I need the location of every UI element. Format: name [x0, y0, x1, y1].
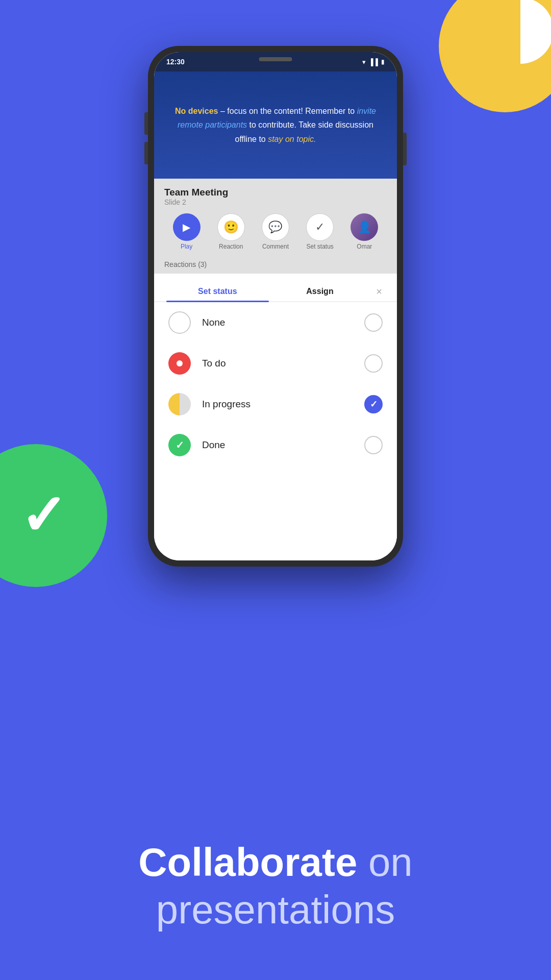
status-time: 12:30	[166, 58, 185, 66]
none-status-icon	[168, 311, 191, 334]
tab-assign[interactable]: Assign	[269, 282, 371, 301]
status-bar: 12:30 ▾ ▐▐ ▮	[154, 52, 397, 71]
set-status-control[interactable]: ✓ Set status	[306, 213, 334, 250]
bottom-bold: Collaborate	[138, 840, 357, 885]
signal-icon: ▐▐	[369, 58, 378, 66]
bottom-light: on	[368, 840, 413, 885]
sheet-close-button[interactable]: ×	[371, 283, 385, 300]
inprogress-status-icon	[168, 393, 191, 415]
play-icon: ▶	[173, 213, 201, 241]
power-button	[403, 133, 407, 165]
status-inprogress-item[interactable]: In progress ✓	[154, 384, 397, 425]
deco-checkmark-icon: ✓	[20, 487, 67, 544]
none-label: None	[202, 317, 225, 328]
status-none-item[interactable]: None	[154, 302, 397, 343]
comment-control[interactable]: 💬 Comment	[262, 213, 289, 250]
done-label: Done	[202, 439, 225, 451]
play-label: Play	[181, 243, 192, 250]
none-radio	[364, 313, 383, 332]
reaction-label: Reaction	[219, 243, 243, 250]
set-status-label: Set status	[306, 243, 333, 250]
phone-screen: 12:30 ▾ ▐▐ ▮ No devices – focus on the c…	[154, 52, 397, 560]
reactions-count-label: Reactions (3)	[164, 260, 207, 268]
comment-icon: 💬	[262, 213, 289, 241]
done-status-icon: ✓	[168, 434, 191, 456]
inprogress-left-half	[168, 393, 180, 415]
omar-control[interactable]: 👤 Omar	[350, 213, 378, 250]
volume-up-button	[144, 112, 148, 135]
sheet-content: None To do	[154, 302, 397, 560]
play-control[interactable]: ▶ Play	[173, 213, 201, 250]
phone-speaker	[259, 57, 292, 61]
slide-text: No devices – focus on the content! Remem…	[168, 104, 383, 146]
tab-set-status[interactable]: Set status	[166, 282, 269, 301]
status-todo-item[interactable]: To do	[154, 343, 397, 384]
set-status-icon: ✓	[306, 213, 334, 241]
status-done-left: ✓ Done	[168, 434, 225, 456]
reaction-icon: 🙂	[217, 213, 245, 241]
phone-wrapper: 12:30 ▾ ▐▐ ▮ No devices – focus on the c…	[148, 46, 403, 567]
inprogress-right-half	[180, 393, 191, 415]
bottom-sheet: Set status Assign × None	[154, 274, 397, 560]
battery-icon: ▮	[381, 58, 385, 65]
bottom-presentations: presentations	[156, 887, 395, 932]
tab-active-indicator	[166, 301, 269, 302]
meeting-section: Team Meeting Slide 2 ▶ Play 🙂 Reaction	[154, 179, 397, 256]
meeting-title: Team Meeting	[164, 187, 387, 198]
inprogress-label: In progress	[202, 399, 251, 410]
slide-no-devices: No devices	[175, 107, 218, 115]
bottom-headline: Collaborate on presentations	[31, 839, 520, 934]
reactions-bar: Reactions (3)	[154, 256, 397, 274]
status-none-left: None	[168, 311, 225, 334]
omar-avatar: 👤	[350, 213, 378, 241]
status-done-item[interactable]: ✓ Done	[154, 425, 397, 465]
slide-area: No devices – focus on the content! Remem…	[154, 71, 397, 179]
controls-row: ▶ Play 🙂 Reaction 💬 Comment	[164, 213, 387, 250]
slide-text-1: – focus on the content! Remember to	[220, 107, 357, 115]
bottom-text: Collaborate on presentations	[0, 839, 551, 934]
slide-link-2: stay on topic.	[268, 135, 316, 143]
phone-frame: 12:30 ▾ ▐▐ ▮ No devices – focus on the c…	[148, 46, 403, 567]
todo-status-icon	[168, 352, 191, 375]
meeting-slide-label: Slide 2	[164, 198, 387, 206]
volume-down-button	[144, 142, 148, 164]
reaction-control[interactable]: 🙂 Reaction	[217, 213, 245, 250]
todo-radio	[364, 354, 383, 373]
inprogress-radio-selected: ✓	[364, 395, 383, 413]
todo-label: To do	[202, 358, 226, 369]
comment-label: Comment	[262, 243, 289, 250]
omar-label: Omar	[357, 243, 372, 250]
sheet-tabs: Set status Assign ×	[154, 274, 397, 302]
todo-dot	[177, 360, 183, 366]
status-todo-left: To do	[168, 352, 226, 375]
deco-white-half	[487, 0, 551, 64]
status-inprogress-left: In progress	[168, 393, 251, 415]
status-icons: ▾ ▐▐ ▮	[362, 58, 385, 66]
wifi-icon: ▾	[362, 58, 366, 66]
done-radio	[364, 436, 383, 454]
